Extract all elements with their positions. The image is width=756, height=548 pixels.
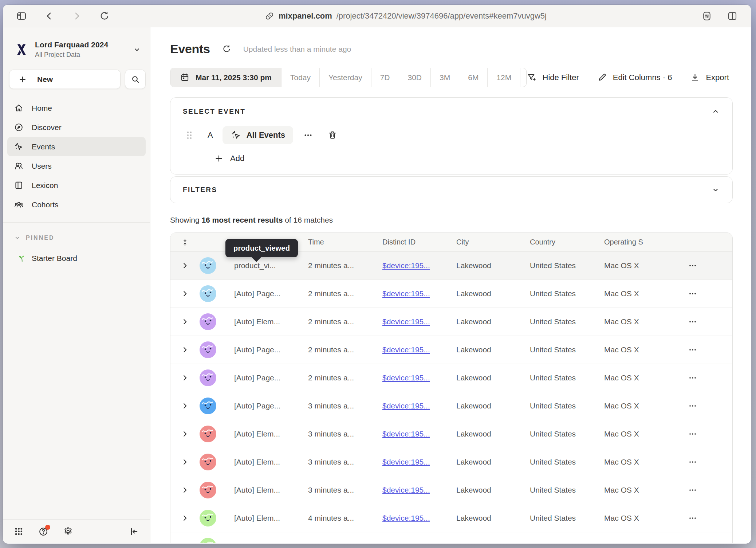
column-header-os[interactable]: Operating S xyxy=(604,238,680,246)
row-actions-button[interactable] xyxy=(688,345,698,355)
expand-row-button[interactable] xyxy=(170,402,200,410)
distinct-id-link[interactable]: $device:195... xyxy=(382,514,430,522)
row-actions-button[interactable] xyxy=(688,401,698,411)
table-row[interactable]: [Auto] Page... 2 minutes a... $device:19… xyxy=(170,280,732,308)
hide-filter-button[interactable]: Hide Filter xyxy=(527,73,579,83)
column-header-distinct-id[interactable]: Distinct ID xyxy=(382,238,456,246)
add-event-button[interactable]: Add xyxy=(214,154,720,163)
distinct-id-link[interactable]: $device:195... xyxy=(382,289,430,298)
refresh-button[interactable] xyxy=(222,44,232,54)
column-header-time[interactable]: Time xyxy=(308,238,382,246)
row-actions-button[interactable] xyxy=(688,513,698,523)
range-3m[interactable]: 3M xyxy=(430,68,459,87)
table-row[interactable]: [Auto] Elem... 3 minutes a... $device:19… xyxy=(170,420,732,448)
row-actions-button[interactable] xyxy=(688,317,698,327)
time-cell: 3 minutes a... xyxy=(308,430,382,438)
edit-columns-button[interactable]: Edit Columns · 6 xyxy=(597,73,672,82)
help-button[interactable] xyxy=(38,527,48,537)
delete-event-button[interactable] xyxy=(327,130,338,140)
expand-row-button[interactable] xyxy=(170,346,200,354)
expand-filters-button[interactable] xyxy=(711,185,720,194)
project-subtitle: All Project Data xyxy=(35,51,127,59)
table-row[interactable]: [Auto] Page... 2 minutes a... $device:19… xyxy=(170,364,732,392)
distinct-id-link[interactable]: $device:195... xyxy=(382,373,430,382)
range-xtd[interactable]: XTD xyxy=(520,68,526,87)
row-actions-button[interactable] xyxy=(688,289,698,299)
sidebar-item-cohorts[interactable]: Cohorts xyxy=(7,195,146,214)
forward-button[interactable] xyxy=(71,11,82,21)
distinct-id-cell: $device:195... xyxy=(382,514,456,522)
address-bar[interactable]: mixpanel.com/project/3472420/view/397469… xyxy=(110,11,701,21)
distinct-id-link[interactable]: $device:195... xyxy=(382,402,430,410)
table-row[interactable]: [Auto] Page... 3 minutes a... $device:19… xyxy=(170,392,732,420)
event-selector-button[interactable]: All Events xyxy=(223,126,293,144)
distinct-id-link[interactable]: $device:195... xyxy=(382,317,430,326)
pinned-section-header[interactable]: PINNED xyxy=(14,234,150,241)
split-view-icon xyxy=(727,10,738,22)
expand-row-button[interactable] xyxy=(170,542,200,543)
plus-icon xyxy=(18,75,27,84)
column-header-city[interactable]: City xyxy=(456,238,530,246)
sidebar-item-discover[interactable]: Discover xyxy=(7,118,146,137)
sidebar-item-lexicon[interactable]: Lexicon xyxy=(7,176,146,195)
table-row[interactable]: [Auto] Elem... 3 minutes a... $device:19… xyxy=(170,476,732,504)
date-picker-button[interactable]: Mar 11, 2025 3:30 pm xyxy=(170,68,281,87)
new-button[interactable]: New xyxy=(9,70,121,89)
os-cell: Mac OS X xyxy=(604,402,680,410)
row-actions-button[interactable] xyxy=(688,261,698,271)
reload-button[interactable] xyxy=(99,11,110,21)
range-7d[interactable]: 7D xyxy=(371,68,399,87)
distinct-id-link[interactable]: $device:195... xyxy=(382,486,430,494)
column-header-country[interactable]: Country xyxy=(530,238,604,246)
export-button[interactable]: Export xyxy=(690,73,729,82)
expand-row-button[interactable] xyxy=(170,290,200,298)
range-today[interactable]: Today xyxy=(281,68,319,87)
range-6m[interactable]: 6M xyxy=(459,68,487,87)
row-actions-button[interactable] xyxy=(688,457,698,467)
settings-button[interactable] xyxy=(63,527,73,537)
collapse-panel-button[interactable] xyxy=(711,107,720,116)
sidebar-item-events[interactable]: Events xyxy=(7,137,146,156)
row-actions-button[interactable] xyxy=(688,429,698,439)
range-yesterday[interactable]: Yesterday xyxy=(319,68,371,87)
city-cell: Lakewood xyxy=(456,402,530,410)
event-row-menu-button[interactable] xyxy=(303,130,314,141)
table-row[interactable]: [Auto] Elem... 3 minutes a... $device:19… xyxy=(170,448,732,476)
drag-handle-icon[interactable] xyxy=(186,130,193,140)
sidebar-item-starter-board[interactable]: Starter Board xyxy=(17,254,150,263)
apps-grid-button[interactable] xyxy=(14,527,24,536)
row-actions-button[interactable] xyxy=(688,373,698,383)
collapse-all-button[interactable] xyxy=(170,238,200,247)
table-row[interactable]: [Auto] Elem... 4 minutes a... $device:19… xyxy=(170,504,732,532)
table-row[interactable]: [Auto] Elem... 2 minutes a... $device:19… xyxy=(170,308,732,336)
row-actions-button[interactable] xyxy=(688,541,698,543)
expand-row-button[interactable] xyxy=(170,458,200,466)
range-30d[interactable]: 30D xyxy=(399,68,431,87)
row-actions-button[interactable] xyxy=(688,485,698,495)
os-cell: Mac OS X xyxy=(604,289,680,298)
expand-row-button[interactable] xyxy=(170,262,200,270)
distinct-id-link[interactable]: $device:195... xyxy=(382,261,430,270)
sidebar-toggle-button[interactable] xyxy=(16,11,27,21)
split-view-button[interactable] xyxy=(727,11,738,21)
distinct-id-link[interactable]: $device:195... xyxy=(382,458,430,466)
table-row[interactable]: [Auto] Page... 2 minutes a... $device:19… xyxy=(170,336,732,364)
search-button[interactable] xyxy=(125,70,146,89)
table-row[interactable]: [Auto] Elem... 4 minutes a... $device:19… xyxy=(170,532,732,543)
collapse-sidebar-button[interactable] xyxy=(129,527,139,537)
expand-row-button[interactable] xyxy=(170,374,200,382)
reload-icon xyxy=(99,11,110,21)
expand-row-button[interactable] xyxy=(170,486,200,494)
sidebar-item-users[interactable]: Users xyxy=(7,156,146,176)
sidebar-item-home[interactable]: Home xyxy=(7,98,146,118)
range-12m[interactable]: 12M xyxy=(487,68,520,87)
back-button[interactable] xyxy=(44,11,55,21)
expand-row-button[interactable] xyxy=(170,514,200,522)
distinct-id-link[interactable]: $device:195... xyxy=(382,345,430,354)
expand-row-button[interactable] xyxy=(170,318,200,326)
page-settings-button[interactable] xyxy=(701,11,712,21)
expand-row-button[interactable] xyxy=(170,430,200,438)
distinct-id-link[interactable]: $device:195... xyxy=(382,542,430,543)
distinct-id-link[interactable]: $device:195... xyxy=(382,430,430,438)
project-switcher[interactable]: Lord Farquaad 2024 All Project Data xyxy=(14,40,141,59)
